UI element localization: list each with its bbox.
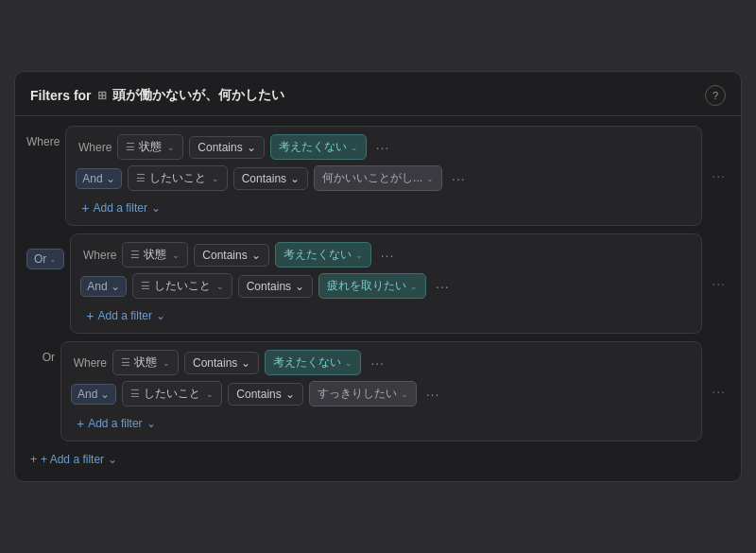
more-btn-2-1[interactable]: ··· [377, 246, 399, 265]
filter-group-wrapper-2: Or ⌄ Where ☰ 状態 ⌄ Contains ⌄ [26, 233, 730, 334]
add-filter-btn-3[interactable]: + Add a filter ⌄ [73, 414, 160, 433]
more-btn-3-2[interactable]: ··· [422, 385, 444, 404]
title-prefix-label: Filters for [30, 88, 92, 103]
field-value-2-1: 状態 [144, 247, 166, 263]
and-label-1-2: And [82, 172, 102, 185]
add-filter-row-1: + Add a filter ⌄ [76, 199, 692, 217]
filter-row-3-1: Where ☰ 状態 ⌄ Contains ⌄ 考えたくない ⌄ ··· [71, 350, 692, 375]
operator-label-3-2: Contains [236, 388, 281, 401]
grid-icon: ⊞ [97, 89, 107, 102]
filter-row-3-2: And ⌄ ☰ したいこと ⌄ Contains ⌄ すっきりしたい ⌄ [71, 381, 692, 406]
group-more-btn-2[interactable]: ··· [708, 274, 730, 293]
group-more-btn-1[interactable]: ··· [708, 166, 730, 185]
operator-btn-3-2[interactable]: Contains ⌄ [228, 383, 302, 406]
filter-group-wrapper-3: Or Where ☰ 状態 ⌄ Contains ⌄ 考えたくない [26, 341, 730, 441]
filter-row-2-1: Where ☰ 状態 ⌄ Contains ⌄ 考えたくない ⌄ ··· [80, 242, 692, 268]
add-filter-label-1: Add a filter [94, 201, 147, 215]
row-label-where-3: Where [71, 356, 107, 370]
and-chevron-2-2: ⌄ [111, 280, 120, 293]
more-btn-3-1[interactable]: ··· [367, 354, 388, 372]
title-name-label: 頭が働かないが、何かしたい [112, 87, 284, 104]
bottom-plus-icon: + [30, 453, 37, 466]
plus-icon-2: + [86, 308, 94, 323]
row-label-where-1: Where [76, 141, 112, 154]
and-label-2-2: And [87, 280, 107, 293]
list-icon: ☰ [141, 280, 150, 292]
value-label-3-1: 考えたくない [273, 354, 341, 371]
list-icon: ☰ [130, 388, 140, 400]
operator-chevron-3-2: ⌄ [285, 388, 295, 401]
field-dropdown-2-2[interactable]: ☰ したいこと ⌄ [132, 273, 232, 299]
operator-btn-2-2[interactable]: Contains ⌄ [238, 275, 313, 298]
group2-badge-wrapper: Or ⌄ [26, 233, 64, 269]
filters-panel: Filters for ⊞ 頭が働かないが、何かしたい ? Where Wher… [14, 71, 742, 482]
bottom-add-row: + + Add a filter ⌄ [15, 441, 741, 468]
operator-chevron-1-1: ⌄ [247, 141, 256, 154]
field-dropdown-1-2[interactable]: ☰ したいこと ⌄ [128, 165, 228, 191]
filter-group-wrapper-1: Where Where ☰ 状態 ⌄ Contains ⌄ 考えたくない [26, 126, 730, 226]
value-btn-2-2[interactable]: 疲れを取りたい ⌄ [318, 273, 426, 299]
panel-title: Filters for ⊞ 頭が働かないが、何かしたい [30, 87, 284, 104]
operator-btn-1-1[interactable]: Contains ⌄ [189, 136, 264, 159]
value-chevron-3-1: ⌄ [345, 358, 352, 368]
field-dropdown-3-2[interactable]: ☰ したいこと ⌄ [122, 381, 222, 406]
more-btn-2-2[interactable]: ··· [432, 277, 454, 296]
value-chevron-2-1: ⌄ [355, 251, 363, 260]
chevron-icon-1-1: ⌄ [167, 143, 175, 152]
value-label-2-1: 考えたくない [284, 247, 352, 263]
value-btn-2-1[interactable]: 考えたくない ⌄ [275, 242, 371, 268]
plus-icon-3: + [77, 416, 84, 431]
add-filter-btn-1[interactable]: + Add a filter ⌄ [77, 199, 164, 217]
group-more-btn-3[interactable]: ··· [708, 382, 730, 401]
filter-row-2-2: And ⌄ ☰ したいこと ⌄ Contains ⌄ 疲れを取りたい ⌄ [80, 273, 692, 299]
or-badge-2[interactable]: Or ⌄ [26, 249, 64, 269]
row-label-where-2: Where [80, 249, 116, 262]
add-chevron-2: ⌄ [156, 309, 165, 322]
operator-chevron-1-2: ⌄ [290, 172, 300, 185]
operator-label-1-1: Contains [198, 141, 242, 154]
filter-row-1-2: And ⌄ ☰ したいこと ⌄ Contains ⌄ 何かいいことがし... [76, 165, 692, 191]
operator-chevron-2-1: ⌄ [251, 249, 261, 262]
chevron-icon-3-1: ⌄ [163, 358, 170, 368]
chevron-icon-3-2: ⌄ [206, 389, 214, 399]
field-dropdown-1-1[interactable]: ☰ 状態 ⌄ [117, 134, 183, 160]
and-select-3-2[interactable]: And ⌄ [71, 384, 116, 405]
and-label-3-2: And [77, 388, 97, 401]
operator-btn-2-1[interactable]: Contains ⌄ [194, 244, 268, 267]
field-value-1-2: したいこと [149, 170, 206, 186]
more-btn-1-1[interactable]: ··· [372, 138, 394, 157]
field-dropdown-2-1[interactable]: ☰ 状態 ⌄ [122, 242, 188, 268]
chevron-icon-2-2: ⌄ [216, 282, 224, 291]
field-value-1-1: 状態 [139, 139, 162, 155]
list-icon: ☰ [126, 141, 135, 153]
group3-label: Or [26, 341, 55, 364]
and-select-2-2[interactable]: And ⌄ [80, 276, 126, 297]
field-value-2-2: したいこと [154, 278, 211, 294]
value-btn-1-1[interactable]: 考えたくない ⌄ [270, 134, 367, 160]
operator-chevron-2-2: ⌄ [295, 280, 304, 293]
and-chevron-3-2: ⌄ [100, 388, 110, 401]
field-dropdown-3-1[interactable]: ☰ 状態 ⌄ [112, 350, 179, 375]
operator-label-2-1: Contains [202, 249, 247, 262]
and-chevron-1-2: ⌄ [106, 172, 115, 185]
filter-groups-container: Where Where ☰ 状態 ⌄ Contains ⌄ 考えたくない [15, 126, 741, 441]
add-filter-row-2: + Add a filter ⌄ [80, 306, 692, 325]
bottom-add-filter-btn[interactable]: + + Add a filter ⌄ [26, 451, 121, 468]
or-badge-label-2: Or [34, 252, 46, 266]
add-filter-row-3: + Add a filter ⌄ [71, 414, 692, 433]
operator-btn-3-1[interactable]: Contains ⌄ [184, 352, 259, 374]
filter-group-1: Where ☰ 状態 ⌄ Contains ⌄ 考えたくない ⌄ ··· [65, 126, 702, 226]
more-btn-1-2[interactable]: ··· [448, 169, 470, 188]
operator-chevron-3-1: ⌄ [241, 356, 250, 370]
filter-group-2: Where ☰ 状態 ⌄ Contains ⌄ 考えたくない ⌄ ··· [70, 233, 702, 334]
value-chevron-1-2: ⌄ [426, 174, 434, 183]
field-value-3-1: 状態 [134, 354, 157, 371]
filter-row-1-1: Where ☰ 状態 ⌄ Contains ⌄ 考えたくない ⌄ ··· [76, 134, 692, 160]
value-btn-3-1[interactable]: 考えたくない ⌄ [265, 350, 361, 375]
operator-btn-1-2[interactable]: Contains ⌄ [233, 167, 308, 190]
add-filter-btn-2[interactable]: + Add a filter ⌄ [82, 306, 169, 325]
and-select-1-2[interactable]: And ⌄ [76, 168, 121, 189]
value-btn-3-2[interactable]: すっきりしたい ⌄ [309, 381, 417, 406]
help-button[interactable]: ? [705, 85, 726, 106]
value-btn-1-2[interactable]: 何かいいことがし... ⌄ [314, 165, 442, 191]
